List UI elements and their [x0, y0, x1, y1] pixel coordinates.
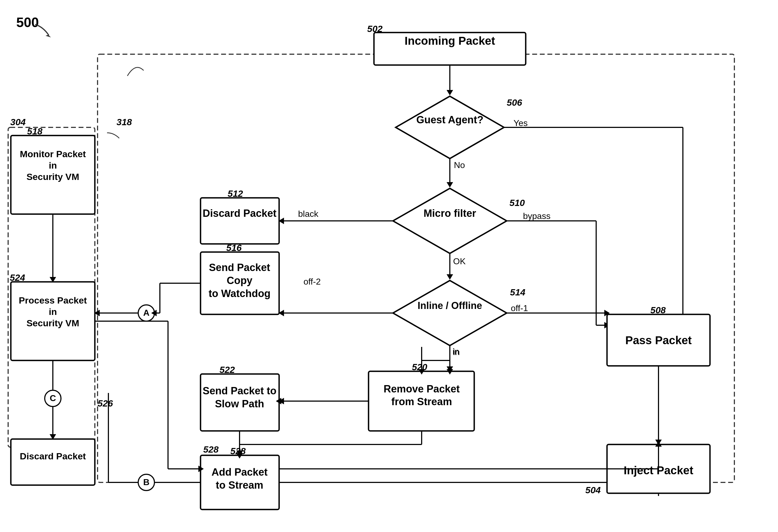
ref-504: 504 — [585, 485, 601, 495]
inline-offline-label: Inline / Offline — [417, 300, 482, 311]
ref-514: 514 — [510, 287, 526, 297]
svg-rect-23 — [201, 198, 279, 244]
off1-label: off-1 — [511, 303, 528, 313]
svg-marker-14 — [393, 188, 507, 253]
process-packet-label3: Security VM — [26, 318, 79, 328]
monitor-packet-label2: in — [49, 160, 57, 170]
send-packet-copy-label: Send Packet — [209, 262, 270, 273]
monitor-packet-label: Monitor Packet — [20, 149, 86, 159]
pass-packet-label: Pass Packet — [625, 334, 692, 347]
ref-528b: 528 — [203, 444, 219, 454]
remove-packet-label: Remove Packet — [384, 383, 460, 395]
svg-marker-24 — [393, 281, 507, 346]
connector-a: A — [143, 308, 149, 318]
bypass-label: bypass — [523, 211, 550, 221]
ref-516: 516 — [226, 242, 242, 253]
ref-512: 512 — [228, 188, 243, 199]
diagram-title: 500 — [16, 15, 39, 30]
ref-502: 502 — [367, 23, 383, 34]
ref-304: 304 — [10, 117, 26, 127]
black-label: black — [298, 209, 319, 219]
discard-packet-top-label: Discard Packet — [203, 208, 277, 219]
svg-marker-22 — [447, 274, 453, 280]
send-packet-slow-label: Send Packet to — [203, 385, 277, 396]
process-packet-label2: in — [49, 307, 57, 317]
svg-marker-6 — [396, 96, 504, 159]
flowchart-diagram: 304 318 500 Incoming Packet 502 Guest Ag… — [0, 0, 778, 532]
ref-506: 506 — [507, 97, 523, 107]
send-packet-copy-label3: to Watchdog — [209, 288, 271, 299]
guest-agent-label: Guest Agent? — [416, 114, 483, 126]
ok-label: OK — [453, 256, 466, 266]
svg-marker-5 — [447, 90, 453, 95]
remove-packet-label2: from Stream — [391, 396, 452, 407]
ref-518: 518 — [27, 126, 43, 136]
connector-b: B — [143, 477, 149, 487]
no-label: No — [454, 160, 465, 170]
monitor-packet-label3: Security VM — [26, 171, 79, 182]
svg-marker-2 — [46, 35, 51, 37]
send-packet-copy-label2: Copy — [227, 275, 252, 286]
add-packet-stream-label: Add Packet — [212, 466, 268, 478]
add-packet-stream-label2: to Stream — [216, 479, 263, 491]
ref-526: 526 — [97, 398, 113, 408]
discard-packet-bot-label: Discard Packet — [20, 451, 86, 461]
send-packet-slow-label2: Slow Path — [215, 398, 264, 409]
micro-filter-label: Micro filter — [423, 208, 476, 219]
svg-marker-13 — [447, 182, 453, 187]
ref-318: 318 — [116, 117, 132, 127]
ref-524: 524 — [10, 273, 25, 283]
yes-label: Yes — [514, 118, 528, 128]
ref-522: 522 — [220, 365, 235, 375]
svg-rect-68 — [11, 439, 95, 485]
ref-508: 508 — [650, 305, 666, 315]
incoming-packet-label: Incoming Packet — [405, 34, 495, 47]
connector-c: C — [50, 393, 56, 403]
process-packet-label: Process Packet — [19, 295, 87, 305]
ref-510: 510 — [510, 198, 525, 208]
off2-label: off-2 — [304, 277, 321, 287]
in-label2: in — [453, 347, 459, 356]
